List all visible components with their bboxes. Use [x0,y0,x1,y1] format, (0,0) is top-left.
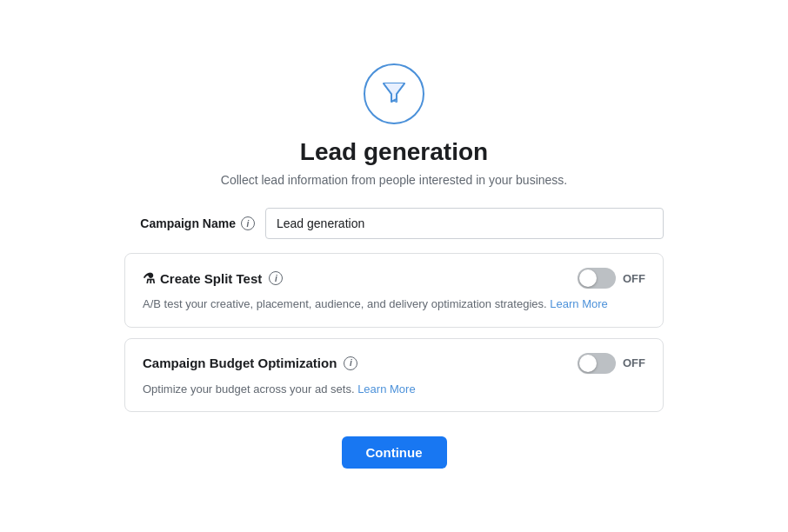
split-test-learn-more[interactable]: Learn More [550,297,607,310]
budget-optimization-title: Campaign Budget Optimization [143,356,337,370]
budget-optimization-card-header: Campaign Budget Optimization i OFF [143,353,645,374]
split-test-title: ⚗ Create Split Test [143,270,262,287]
split-test-info-icon[interactable]: i [269,271,283,285]
split-test-title-group: ⚗ Create Split Test i [143,270,283,287]
campaign-name-row: Campaign Name i [124,208,664,239]
split-test-card: ⚗ Create Split Test i OFF A/B test your … [124,253,664,328]
page-subtitle: Collect lead information from people int… [221,173,567,187]
campaign-name-label: Campaign Name i [124,216,255,230]
campaign-name-info-icon[interactable]: i [241,216,255,230]
beaker-icon: ⚗ [143,270,155,287]
campaign-name-input[interactable] [265,208,664,239]
page-title: Lead generation [300,138,488,166]
split-test-toggle[interactable] [578,268,616,289]
budget-optimization-off-label: OFF [623,356,645,369]
page-container: Lead generation Collect lead information… [124,63,664,469]
budget-optimization-learn-more[interactable]: Learn More [357,382,415,396]
budget-optimization-toggle-group: OFF [578,353,645,374]
split-test-card-header: ⚗ Create Split Test i OFF [143,268,645,289]
split-test-toggle-group: OFF [578,268,645,289]
split-test-off-label: OFF [623,272,645,285]
split-test-slider [578,268,616,289]
continue-button[interactable]: Continue [342,436,447,469]
budget-optimization-description: Optimize your budget across your ad sets… [143,381,645,398]
split-test-description: A/B test your creative, placement, audie… [143,296,645,313]
budget-optimization-slider [578,353,616,374]
budget-optimization-toggle[interactable] [578,353,616,374]
funnel-icon [380,78,408,110]
lead-gen-icon-circle [364,63,424,124]
budget-optimization-card: Campaign Budget Optimization i OFF Optim… [124,338,664,413]
budget-optimization-info-icon[interactable]: i [344,356,357,370]
budget-optimization-title-group: Campaign Budget Optimization i [143,356,357,370]
